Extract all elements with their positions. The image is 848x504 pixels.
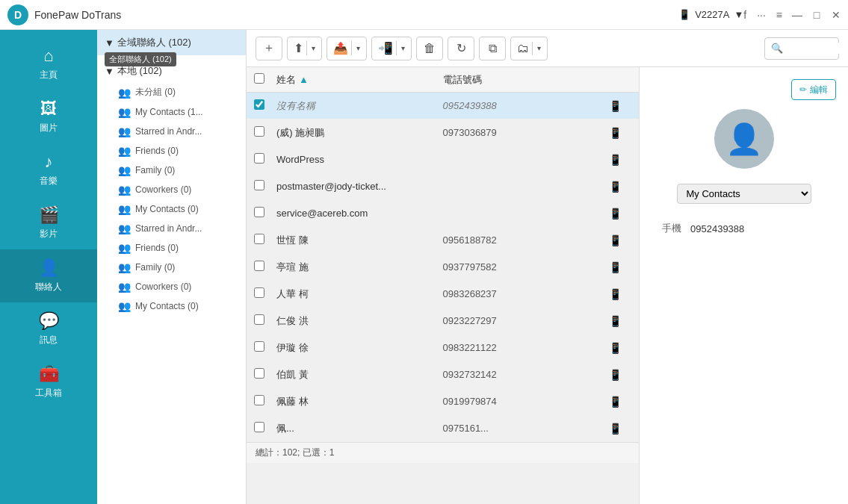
sidebar-item-contacts[interactable]: 👤 聯絡人	[0, 249, 97, 302]
table-row[interactable]: 人華 柯 0983268237 📱	[247, 281, 639, 308]
table-row[interactable]: 伊璇 徐 0983221122 📱	[247, 335, 639, 361]
row-checkbox-cell-12[interactable]	[254, 395, 276, 408]
row-checkbox-11[interactable]	[254, 368, 264, 379]
table-row[interactable]: 亭瑄 施 0937797582 📱	[247, 254, 639, 281]
tree-item-mycontacts3[interactable]: 👥 My Contacts (0)	[97, 296, 246, 316]
tree-item-coworkers1[interactable]: 👥 Coworkers (0)	[97, 180, 246, 199]
table-row[interactable]: service@acereb.com 📱	[247, 200, 639, 227]
send-button[interactable]: 📲 ▾	[371, 37, 412, 60]
row-checkbox-cell-2[interactable]	[254, 126, 276, 139]
tree-header[interactable]: ▼ 全域聯絡人 (102) 全部聯絡人 (102)	[97, 30, 246, 55]
minimize-button[interactable]: —	[793, 10, 802, 19]
tree-item-friends1[interactable]: 👥 Friends (0)	[97, 141, 246, 161]
row-name-3: WordPress	[276, 154, 443, 165]
row-checkbox-cell-6[interactable]	[254, 234, 276, 246]
row-checkbox-cell-10[interactable]	[254, 341, 276, 354]
music-icon: ♪	[45, 152, 53, 172]
row-checkbox-5[interactable]	[254, 207, 264, 217]
sidebar-item-messages[interactable]: 💬 訊息	[0, 302, 97, 355]
copy-button[interactable]: ⧉	[479, 37, 506, 60]
row-checkbox-cell-4[interactable]	[254, 180, 276, 193]
table-row[interactable]: WordPress 📱	[247, 146, 639, 173]
row-checkbox-cell-5[interactable]	[254, 207, 276, 220]
row-checkbox-2[interactable]	[254, 126, 264, 137]
table-row[interactable]: 佩藤 林 0919979874 📱	[247, 388, 639, 415]
select-all-cell[interactable]	[254, 73, 276, 86]
tree-item-starred1[interactable]: 👥 Starred in Andr...	[97, 122, 246, 141]
tree-item-mycontacts1[interactable]: 👥 My Contacts (1...	[97, 102, 246, 122]
tree-item-mycontacts2[interactable]: 👥 My Contacts (0)	[97, 199, 246, 219]
tree-item-friends2[interactable]: 👥 Friends (0)	[97, 238, 246, 258]
edit-button[interactable]: ✏ 編輯	[791, 79, 836, 100]
row-checkbox-cell-3[interactable]	[254, 153, 276, 166]
video-icon: 🎬	[39, 205, 59, 225]
send-dropdown-arrow[interactable]: ▾	[398, 44, 405, 52]
group-icon-starred1: 👥	[118, 125, 131, 137]
table-row[interactable]: postmaster@jody-ticket... 📱	[247, 173, 639, 200]
group-select-container[interactable]: My Contacts Starred in Android Friends F…	[677, 184, 811, 204]
maximize-button[interactable]: □	[812, 10, 821, 19]
row-checkbox-3[interactable]	[254, 153, 264, 164]
tree-item-coworkers2[interactable]: 👥 Coworkers (0)	[97, 277, 246, 296]
row-checkbox-cell-7[interactable]	[254, 261, 276, 273]
import-dropdown-arrow[interactable]: ▾	[309, 44, 315, 52]
row-checkbox-cell-1[interactable]	[254, 99, 276, 112]
refresh-button[interactable]: ↻	[448, 37, 474, 60]
row-checkbox-cell-8[interactable]	[254, 287, 276, 300]
group-icon-mycontacts1: 👥	[118, 106, 131, 118]
titlebar-actions: f ··· ≡ — □ ✕	[743, 9, 841, 21]
detail-panel: ✏ 編輯 👤 My Contacts Starred in Android Fr…	[639, 67, 848, 504]
toolbox-icon: 🧰	[39, 364, 59, 384]
row-checkbox-9[interactable]	[254, 314, 264, 325]
table-row[interactable]: 伯凱 黃 0932732142 📱	[247, 361, 639, 388]
sidebar-item-video[interactable]: 🎬 影片	[0, 196, 97, 249]
export-dropdown-arrow[interactable]: ▾	[353, 44, 360, 52]
sidebar-item-music[interactable]: ♪ 音樂	[0, 143, 97, 196]
row-checkbox-13[interactable]	[254, 422, 264, 432]
table-row[interactable]: 佩... 0975161... 📱	[247, 415, 639, 442]
facebook-icon[interactable]: f	[743, 9, 746, 21]
local-chevron: ▼	[105, 66, 114, 77]
device-selector[interactable]: 📱 V2227A ▼	[678, 9, 743, 20]
select-all-checkbox[interactable]	[254, 73, 264, 84]
import-button[interactable]: ⬆ ▾	[287, 37, 322, 60]
row-checkbox-cell-11[interactable]	[254, 368, 276, 381]
row-checkbox-12[interactable]	[254, 395, 264, 405]
tree-item-starred2[interactable]: 👥 Starred in Andr...	[97, 219, 246, 238]
name-column-header[interactable]: 姓名 ▲	[276, 73, 443, 87]
table-row[interactable]: (威) 施昶鵬 0973036879 📱	[247, 119, 639, 146]
group-icon-coworkers1: 👥	[118, 184, 131, 196]
table-row[interactable]: 沒有名稱 0952439388 📱	[247, 93, 639, 119]
row-checkbox-1[interactable]	[254, 99, 264, 110]
table-row[interactable]: 世恆 陳 0956188782 📱	[247, 227, 639, 254]
tree-item-family2[interactable]: 👥 Family (0)	[97, 258, 246, 277]
row-checkbox-cell-9[interactable]	[254, 314, 276, 327]
more-button[interactable]: 🗂 ▾	[510, 37, 548, 60]
row-checkbox-8[interactable]	[254, 287, 264, 298]
table-row[interactable]: 仁俊 洪 0923227297 📱	[247, 308, 639, 335]
close-button[interactable]: ✕	[832, 10, 841, 19]
search-input[interactable]	[786, 43, 846, 54]
row-checkbox-cell-13[interactable]	[254, 422, 276, 435]
group-select[interactable]: My Contacts Starred in Android Friends F…	[677, 184, 811, 204]
row-checkbox-6[interactable]	[254, 234, 264, 244]
row-checkbox-4[interactable]	[254, 180, 264, 190]
tree-local-section: ▼ 本地 (102) 👥 未分組 (0) 👥 My Contacts (1...…	[97, 55, 246, 320]
chat-icon[interactable]: ···	[757, 9, 766, 21]
row-checkbox-7[interactable]	[254, 261, 264, 271]
sidebar-item-photos[interactable]: 🖼 圖片	[0, 90, 97, 143]
sort-icon[interactable]: ▲	[299, 74, 309, 85]
tree-header-label: 全域聯絡人 (102)	[117, 36, 191, 49]
tree-item-family1[interactable]: 👥 Family (0)	[97, 161, 246, 180]
more-dropdown-arrow[interactable]: ▾	[534, 44, 541, 52]
export-button[interactable]: 📤 ▾	[326, 37, 367, 60]
delete-button[interactable]: 🗑	[416, 37, 443, 60]
add-button[interactable]: ＋	[256, 37, 282, 60]
search-box[interactable]: 🔍	[764, 37, 839, 60]
device-dropdown-arrow[interactable]: ▼	[734, 9, 743, 20]
tree-item-unsorted[interactable]: 👥 未分組 (0)	[97, 82, 246, 102]
menu-icon[interactable]: ≡	[776, 9, 782, 21]
sidebar-item-home[interactable]: ⌂ 主頁	[0, 37, 97, 90]
row-checkbox-10[interactable]	[254, 341, 264, 352]
sidebar-item-toolbox[interactable]: 🧰 工具箱	[0, 355, 97, 408]
